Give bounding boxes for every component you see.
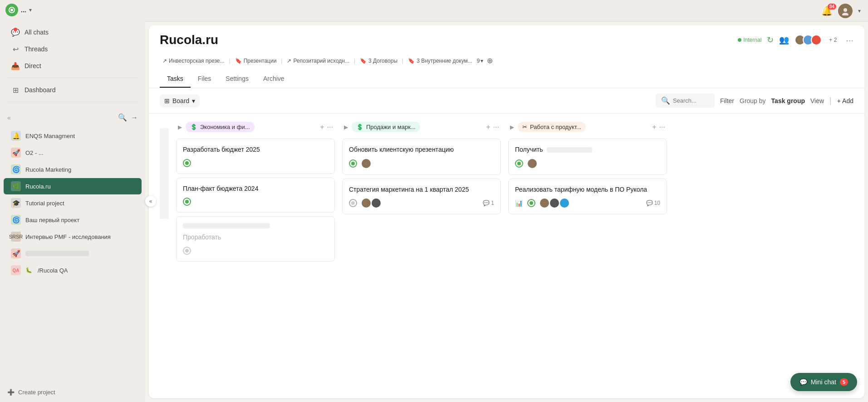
mini-chat-btn[interactable]: 💬 Mini chat 5: [790, 373, 857, 391]
dashboard-icon: ⊞: [11, 85, 20, 94]
column-tag-product: ✂ Работа с продукт...: [518, 122, 586, 132]
task-title-budget-2025: Разработать бюджет 2025: [183, 145, 328, 154]
enqs-icon: 🔔: [11, 131, 21, 141]
project-item-rucola-qa[interactable]: QA 🐛 /Rucola QA: [4, 262, 142, 278]
board-area: ▶ 💲 Экономика и фи... + ··· Разработать …: [149, 114, 864, 398]
project-status-label: Internal: [743, 37, 761, 43]
task-status-get: [515, 159, 523, 168]
sidebar-item-all-chats[interactable]: 💬 All chats: [4, 24, 142, 40]
tab-tasks[interactable]: Tasks: [160, 70, 191, 88]
bookmark-0[interactable]: ↗ Инвесторская презе...: [160, 57, 227, 65]
sidebar-item-dashboard[interactable]: ⊞ Dashboard: [4, 82, 142, 98]
tab-settings[interactable]: Settings: [218, 70, 256, 88]
project-item-o2[interactable]: 🚀 O2 - ...: [4, 144, 142, 161]
tab-files[interactable]: Files: [191, 70, 219, 88]
project-item-pmf-label: Интервью PMF - исследования: [25, 233, 111, 240]
sidebar-item-dashboard-label: Dashboard: [25, 86, 56, 94]
workspace-dropdown-icon[interactable]: ▾: [29, 7, 32, 13]
board-icon: ⊞: [164, 97, 170, 104]
members-avatars: [794, 35, 822, 45]
add-btn[interactable]: + Add: [837, 97, 853, 104]
bookmark-expand-btn[interactable]: 9 ▾: [477, 58, 484, 64]
bookmark-2-icon: ↗: [287, 58, 291, 64]
refresh-icon[interactable]: ↻: [767, 35, 774, 45]
column-expand-product[interactable]: ▶: [510, 124, 514, 130]
forward-icon[interactable]: →: [131, 114, 138, 122]
user-avatar[interactable]: [838, 4, 853, 18]
column-product-add-btn[interactable]: +: [652, 123, 656, 131]
board-view-btn[interactable]: ⊞ Board ▾: [160, 94, 200, 107]
project-item-blurred[interactable]: 🚀: [4, 245, 142, 262]
task-card-get[interactable]: Получить: [508, 139, 667, 175]
task-footer-budget-2025: [183, 159, 328, 167]
task-card-budget-2024[interactable]: План-факт бюджета 2024: [176, 178, 335, 213]
column-sales-more-btn[interactable]: ···: [493, 123, 499, 131]
task-title-prorabotat: Проработать: [183, 233, 328, 242]
bookmark-4[interactable]: 🔖 3 Внутренние докум...: [405, 57, 475, 65]
task-footer-get: [515, 159, 660, 168]
project-item-enqs[interactable]: 🔔 ENQS Managment: [4, 128, 142, 144]
member-avatar-3: [811, 35, 822, 45]
sidebar-item-direct[interactable]: 📥 Direct: [4, 58, 142, 74]
sidebar-collapse-btn[interactable]: «: [145, 196, 156, 207]
column-economics-add-btn[interactable]: +: [320, 123, 324, 131]
nav-divider-2: [7, 102, 138, 102]
task-avatar-tariff-1: [540, 199, 549, 208]
project-item-tutorial-label: Tutorial project: [25, 200, 64, 207]
sidebar-collapse-left-icon[interactable]: «: [7, 114, 11, 121]
column-economics-label: Экономика и фи...: [200, 124, 250, 130]
column-economics-more-btn[interactable]: ···: [327, 123, 333, 131]
bookmark-2[interactable]: ↗ Репозитарий исходн...: [284, 57, 352, 65]
sidebar-search-icons: 🔍 →: [118, 113, 138, 122]
column-sales-label: Продажи и марк...: [366, 124, 416, 130]
project-item-tutorial[interactable]: 🎓 Tutorial project: [4, 195, 142, 211]
mini-chat-badge: 5: [840, 378, 848, 386]
direct-icon: 📥: [11, 61, 20, 70]
sidebar-item-all-chats-label: All chats: [25, 29, 49, 36]
sidebar-search-row: « 🔍 →: [0, 109, 145, 125]
sidebar-item-threads-label: Threads: [25, 45, 48, 53]
project-item-rucola-ru[interactable]: 🌿 Rucola.ru: [4, 178, 142, 194]
task-card-strategy[interactable]: Стратегия маркетинга на 1 квартал 2025 💬…: [342, 179, 501, 215]
groupby-value[interactable]: Task group: [771, 97, 805, 104]
task-card-partial-prorabotat[interactable]: Проработать: [176, 216, 335, 262]
board-dropdown-icon: ▾: [192, 97, 195, 104]
more-options-icon[interactable]: ···: [846, 35, 853, 45]
comment-count-tariff: 10: [654, 200, 660, 206]
notification-count: 84: [828, 4, 836, 10]
search-icon[interactable]: 🔍: [118, 113, 127, 122]
column-sales-add-btn[interactable]: +: [486, 123, 490, 131]
user-avatar-dropdown-icon[interactable]: ▾: [858, 8, 861, 14]
task-footer-presentation: [349, 159, 494, 168]
project-item-pmf[interactable]: SRSR Интервью PMF - исследования: [4, 228, 142, 245]
sidebar-item-threads[interactable]: ↩ Threads: [4, 41, 142, 57]
bookmark-3-icon: 🔖: [360, 58, 367, 64]
project-item-first-project[interactable]: 🌀 Ваш первый проект: [4, 212, 142, 228]
notifications-btn[interactable]: 🔔 84: [821, 5, 833, 16]
task-card-budget-2025[interactable]: Разработать бюджет 2025: [176, 139, 335, 174]
task-card-tariff[interactable]: Реализовать тарифную модель в ПО Рукола …: [508, 179, 667, 215]
bookmark-add-btn[interactable]: ⊕: [487, 56, 493, 65]
search-input[interactable]: [673, 97, 709, 104]
column-expand-economics[interactable]: ▶: [178, 124, 182, 130]
task-title-presentation: Обновить клиентскую презентацию: [349, 145, 494, 154]
svg-point-3: [842, 13, 848, 15]
filter-btn[interactable]: Filter: [720, 97, 734, 104]
create-project-btn[interactable]: ➕ Create project: [7, 386, 138, 398]
bookmark-1-label: Презентации: [244, 58, 277, 64]
workspace-logo[interactable]: [5, 4, 18, 16]
column-sales-icon: 💲: [356, 124, 363, 130]
view-btn[interactable]: View: [810, 97, 824, 104]
comment-icon: 💬: [483, 200, 490, 206]
partial-column-bar: [160, 128, 169, 219]
task-avatar-get: [528, 159, 537, 168]
column-product-more-btn[interactable]: ···: [659, 123, 665, 131]
task-card-presentation[interactable]: Обновить клиентскую презентацию: [342, 139, 501, 175]
bookmark-3[interactable]: 🔖 3 Договоры: [357, 57, 400, 65]
bookmark-1[interactable]: 🔖 Презентации: [232, 57, 280, 65]
project-item-rucola-marketing[interactable]: 🌀 Rucola Marketing: [4, 161, 142, 178]
tab-archive[interactable]: Archive: [256, 70, 292, 88]
column-expand-sales[interactable]: ▶: [344, 124, 348, 130]
nav-divider: [7, 78, 138, 78]
add-members-icon[interactable]: 👥: [779, 35, 789, 45]
